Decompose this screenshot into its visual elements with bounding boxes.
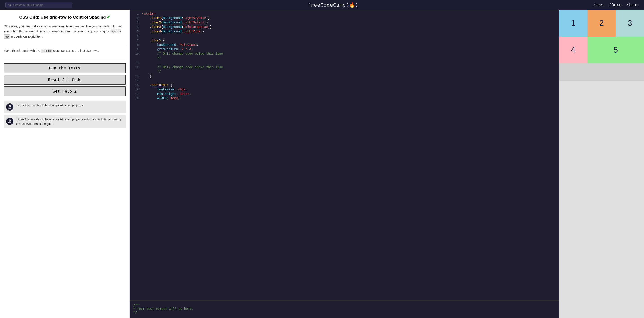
line-content: */	[142, 70, 161, 73]
test-output-area: /** * Your test output will go here. */	[130, 300, 559, 318]
code-line-3: 3 .item2{background:LightSalmon;}	[130, 20, 559, 25]
line-number: 9	[132, 48, 139, 51]
test-2-code2: grid-row	[55, 117, 72, 122]
line-content: .item5 {	[142, 39, 165, 42]
test-icon-1	[6, 103, 14, 111]
code-line-4: 4 .item3{background:PaleTurquoise;}	[130, 25, 559, 29]
preview-item-3: 3	[616, 10, 644, 37]
test-2-code1: item5	[16, 117, 28, 122]
preview-item-4: 4	[559, 37, 588, 63]
line-number: 10	[132, 52, 139, 56]
line-content: */	[142, 56, 161, 60]
preview-item-5: 5	[588, 37, 644, 63]
code-line-11: 11	[130, 61, 559, 65]
main-layout: CSS Grid: Use grid-row to Control Spacin…	[0, 10, 644, 318]
preview-item-1: 1	[559, 10, 588, 37]
line-number: 4	[132, 25, 139, 29]
code-editor[interactable]: 1 <style> 2 .item1{background:LightSkyBl…	[130, 10, 559, 300]
code-line-12: 12 /* Only change code above this line	[130, 65, 559, 70]
line-number: 7	[132, 39, 139, 42]
line-number: 5	[132, 30, 139, 33]
code-line-2: 2 .item1{background:LightSkyBlue;}	[130, 16, 559, 20]
code-line-7: 7 .item5 {	[130, 38, 559, 43]
search-icon	[8, 3, 12, 6]
code-line-17: 17 min-height: 300px;	[130, 92, 559, 96]
line-number: 14	[132, 79, 139, 82]
svg-point-0	[9, 4, 10, 5]
preview-empty-bottom	[559, 63, 644, 81]
line-number: 15	[132, 84, 139, 87]
code-line-1: 1 <style>	[130, 12, 559, 16]
run-tests-button[interactable]: Run the Tests	[4, 63, 126, 73]
code-line-10: 10 /* Only change code below this line	[130, 52, 559, 56]
header: freeCodeCamp(🔥) /news /forum /learn	[0, 0, 644, 10]
line-content: <style>	[142, 12, 156, 15]
preview-item-2: 2	[588, 10, 616, 37]
test-icon-2	[6, 118, 14, 125]
search-bar[interactable]	[5, 2, 72, 8]
code-line-6: 6	[130, 34, 559, 38]
line-content: }	[142, 74, 152, 78]
line-content: font-size: 40px;	[142, 88, 188, 91]
reset-code-button[interactable]: Reset All Code	[4, 75, 126, 85]
line-content: grid-column: 2 / 4;	[142, 48, 193, 51]
test-item-1: item5 class should have a grid-row prope…	[4, 101, 126, 113]
code-line-16: 16 font-size: 40px;	[130, 88, 559, 92]
code-line-15: 15 .container {	[130, 83, 559, 88]
code-line-5: 5 .item4{background:LightPink;}	[130, 29, 559, 34]
inline-code-item5: item5	[41, 49, 52, 53]
line-number: 12	[132, 66, 139, 69]
line-number: 11	[132, 61, 139, 64]
line-content: .item4{background:LightPink;}	[142, 30, 204, 33]
challenge-task: Make the element with the item5 class co…	[4, 48, 126, 53]
line-content: .item2{background:LightSalmon;}	[142, 21, 208, 24]
left-panel: CSS Grid: Use grid-row to Control Spacin…	[0, 10, 130, 318]
test-output-text: /** * Your test output will go here. */	[133, 303, 194, 314]
line-content: .item1{background:LightSkyBlue;}	[142, 16, 210, 20]
test-text-2: item5 class should have a grid-row prope…	[16, 117, 123, 126]
code-line-10b: */	[130, 56, 559, 61]
line-number: 8	[132, 43, 139, 47]
line-content: width: 100%;	[142, 97, 180, 100]
line-number: 1	[132, 12, 139, 15]
line-content: /* Only change code below this line	[142, 52, 223, 56]
search-input[interactable]	[13, 3, 70, 7]
code-line-12b: */	[130, 70, 559, 74]
divider-2	[4, 60, 126, 60]
line-number: 16	[132, 88, 139, 91]
button-group: Run the Tests Reset All Code Get Help ▲	[4, 63, 126, 96]
line-number: 18	[132, 97, 139, 100]
nav-learn[interactable]: /learn	[626, 3, 639, 7]
divider-1	[4, 45, 126, 45]
code-line-13: 13 }	[130, 74, 559, 79]
nav-news[interactable]: /news	[594, 3, 604, 7]
flask-icon	[8, 105, 12, 109]
test-1-code1: item5	[16, 103, 28, 107]
line-content: .item3{background:PaleTurquoise;}	[142, 25, 212, 29]
flask-icon-2	[8, 119, 12, 123]
line-number: 13	[132, 75, 139, 78]
line-content: min-height: 300px;	[142, 92, 191, 96]
line-content: background: PaleGreen;	[142, 43, 198, 47]
test-text-1: item5 class should have a grid-row prope…	[16, 103, 123, 107]
line-content: /* Only change code above this line	[142, 65, 223, 69]
get-help-button[interactable]: Get Help ▲	[4, 86, 126, 96]
code-editor-panel: 1 <style> 2 .item1{background:LightSkyBl…	[130, 10, 559, 318]
code-line-8: 8 background: PaleGreen;	[130, 43, 559, 47]
svg-line-1	[10, 5, 11, 6]
nav-forum[interactable]: /forum	[609, 3, 621, 7]
test-item-2: item5 class should have a grid-row prope…	[4, 115, 126, 128]
site-logo: freeCodeCamp(🔥)	[308, 2, 358, 8]
test-results: item5 class should have a grid-row prope…	[4, 101, 126, 128]
line-content: .container {	[142, 83, 172, 87]
checkmark-icon: ✔	[107, 15, 110, 19]
challenge-description: Of course, you can make items consume mu…	[4, 24, 126, 39]
line-number: 3	[132, 21, 139, 24]
line-number: 2	[132, 16, 139, 20]
preview-grid: 1 2 3 4 5	[559, 10, 644, 81]
main-nav: /news /forum /learn	[594, 3, 639, 7]
code-line-9: 9 grid-column: 2 / 4;	[130, 47, 559, 52]
line-number: 6	[132, 34, 139, 37]
preview-panel: 1 2 3 4 5	[559, 10, 644, 318]
code-line-18: 18 width: 100%;	[130, 96, 559, 101]
